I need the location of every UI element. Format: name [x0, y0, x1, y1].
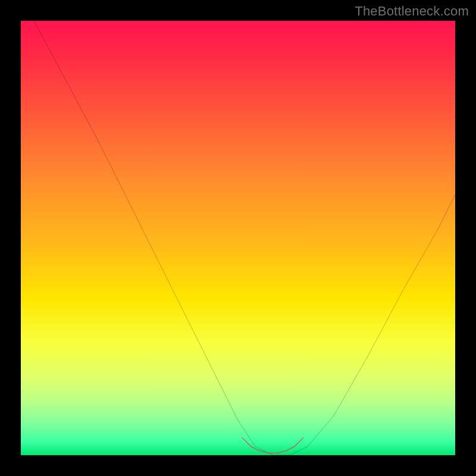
curve-layer: [21, 21, 455, 455]
chart-frame: TheBottleneck.com: [0, 0, 476, 476]
trough-marker: [242, 438, 303, 453]
plot-area: [21, 21, 455, 455]
bottleneck-curve: [34, 21, 455, 455]
watermark-text: TheBottleneck.com: [355, 4, 469, 19]
